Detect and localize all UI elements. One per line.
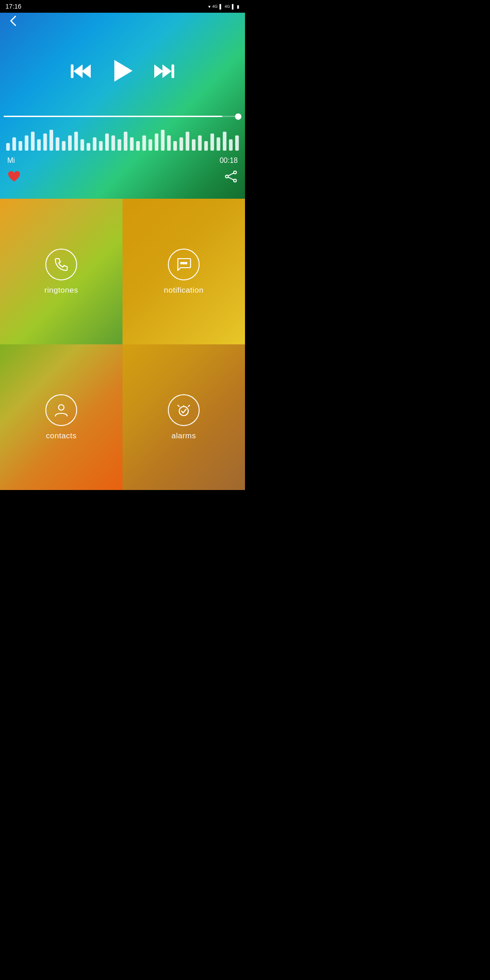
chat-icon (176, 257, 191, 272)
track-info: Mi 00:18 (0, 157, 245, 165)
svg-rect-11 (31, 132, 34, 151)
svg-rect-27 (130, 137, 133, 151)
svg-marker-1 (82, 64, 91, 78)
like-button[interactable] (7, 170, 21, 186)
svg-rect-29 (142, 136, 146, 151)
track-actions (0, 170, 245, 186)
svg-rect-41 (216, 137, 220, 151)
svg-rect-38 (198, 136, 202, 151)
svg-point-47 (234, 179, 236, 182)
svg-marker-3 (114, 60, 132, 82)
progress-track[interactable] (4, 116, 241, 117)
progress-thumb (235, 113, 241, 120)
svg-rect-9 (19, 141, 22, 151)
svg-rect-26 (124, 132, 127, 151)
svg-rect-13 (43, 133, 47, 151)
svg-line-56 (188, 405, 190, 407)
svg-rect-30 (148, 139, 152, 151)
svg-rect-34 (173, 141, 177, 151)
svg-point-45 (234, 171, 236, 174)
wifi-icon: ▾ (208, 4, 211, 9)
svg-rect-24 (112, 136, 115, 151)
svg-line-55 (178, 405, 179, 407)
heart-icon (7, 170, 21, 183)
ringtones-icon-circle (45, 249, 77, 280)
svg-rect-37 (192, 139, 196, 151)
play-button[interactable] (110, 58, 135, 87)
svg-point-52 (185, 262, 187, 264)
svg-rect-7 (6, 143, 10, 151)
share-button[interactable] (224, 170, 238, 186)
svg-rect-23 (105, 133, 109, 151)
alarm-icon (176, 402, 191, 418)
svg-rect-43 (229, 139, 233, 151)
svg-rect-17 (68, 136, 72, 151)
waveform-visualization (4, 127, 241, 151)
svg-rect-14 (49, 130, 53, 151)
svg-rect-44 (235, 136, 239, 151)
svg-rect-32 (161, 130, 165, 151)
svg-rect-25 (118, 139, 121, 151)
ringtones-quadrant[interactable]: ringtones (0, 199, 122, 344)
transport-controls (71, 58, 174, 87)
status-time: 17:16 (5, 3, 21, 10)
notification-quadrant[interactable]: notification (122, 199, 245, 344)
svg-marker-0 (74, 64, 83, 78)
svg-rect-19 (80, 139, 84, 151)
progress-fill (4, 116, 222, 117)
svg-rect-21 (93, 137, 97, 151)
track-name: Mi (7, 157, 15, 165)
status-icons: ▾ 4G ▌ 4G ▌ ▮ (208, 4, 240, 9)
play-icon (110, 58, 135, 83)
svg-rect-28 (136, 141, 140, 151)
contacts-quadrant[interactable]: contacts (0, 344, 122, 490)
share-icon (224, 170, 238, 183)
signal-icon: 4G (212, 4, 218, 9)
fastforward-icon (152, 62, 174, 81)
rewind-button[interactable] (71, 62, 93, 83)
notification-icon-circle (168, 249, 200, 280)
svg-marker-4 (154, 64, 163, 78)
track-duration: 00:18 (220, 157, 238, 165)
svg-rect-10 (25, 136, 29, 151)
svg-rect-22 (99, 141, 103, 151)
phone-icon (54, 257, 69, 272)
progress-section[interactable] (0, 116, 245, 117)
signal-bars: ▌ (220, 4, 223, 9)
svg-rect-8 (12, 137, 16, 151)
svg-rect-15 (56, 137, 59, 151)
svg-rect-31 (155, 133, 158, 151)
svg-rect-40 (211, 133, 214, 151)
alarms-label: alarms (172, 431, 196, 441)
signal2-bars: ▌ (232, 4, 235, 9)
svg-rect-2 (71, 64, 74, 78)
contacts-label: contacts (46, 431, 76, 441)
back-button[interactable] (7, 15, 20, 29)
svg-point-51 (183, 262, 185, 264)
bottom-grid: ringtones notification contacts (0, 199, 245, 490)
svg-point-50 (181, 262, 182, 264)
ringtones-label: ringtones (44, 286, 78, 295)
rewind-icon (71, 62, 93, 81)
svg-rect-20 (87, 143, 90, 151)
svg-line-49 (228, 177, 234, 180)
alarms-icon-circle (168, 394, 200, 426)
svg-point-46 (225, 175, 228, 178)
svg-rect-18 (74, 132, 78, 151)
svg-rect-39 (204, 141, 208, 151)
fast-forward-button[interactable] (152, 62, 174, 83)
status-bar: 17:16 ▾ 4G ▌ 4G ▌ ▮ (0, 0, 245, 13)
svg-rect-12 (37, 139, 41, 151)
svg-rect-33 (167, 136, 171, 151)
svg-rect-16 (62, 141, 65, 151)
waveform-section (0, 127, 245, 151)
svg-rect-6 (172, 64, 174, 78)
notification-label: notification (164, 286, 203, 295)
contacts-icon-circle (45, 394, 77, 426)
svg-marker-5 (162, 64, 172, 78)
person-icon (54, 402, 69, 418)
svg-point-53 (59, 405, 64, 410)
svg-rect-42 (223, 132, 226, 151)
svg-rect-36 (186, 132, 189, 151)
alarms-quadrant[interactable]: alarms (122, 344, 245, 490)
